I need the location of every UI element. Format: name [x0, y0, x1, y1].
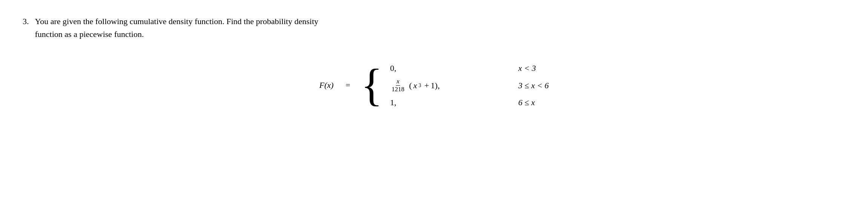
- case-expr-2: x 1218 (x3 + 1),: [390, 78, 496, 94]
- case-cond-1: x < 3: [518, 61, 536, 75]
- frac-numerator: x: [396, 78, 400, 86]
- fx-label: F(x): [319, 80, 334, 90]
- case-cond-2: 3 ≤ x < 6: [518, 78, 549, 92]
- frac-denominator: 1218: [391, 86, 405, 93]
- case-row-1: 0, x < 3: [390, 61, 549, 75]
- fx-italic: F: [319, 80, 324, 90]
- problem-number: 3.: [23, 15, 29, 41]
- math-section: F(x) = { 0, x < 3 x: [23, 60, 845, 111]
- case-expr-1: 0,: [390, 61, 496, 75]
- problem-text: You are given the following cumulative d…: [35, 15, 319, 41]
- case-cond-3: 6 ≤ x: [518, 95, 535, 109]
- case-expr-3: 1,: [390, 95, 496, 109]
- left-brace: {: [361, 60, 383, 111]
- piecewise-wrapper: F(x) = { 0, x < 3 x: [319, 60, 549, 111]
- equals-sign: =: [346, 80, 350, 90]
- problem-text-line2: function as a piecewise function.: [35, 28, 319, 41]
- fraction: x 1218: [391, 78, 405, 94]
- fx-x: x: [327, 80, 331, 90]
- brace-container: { 0, x < 3 x 1218 (: [361, 60, 549, 111]
- case-row-2: x 1218 (x3 + 1), 3 ≤ x < 6: [390, 78, 549, 94]
- case-row-3: 1, 6 ≤ x: [390, 95, 549, 109]
- cases-table: 0, x < 3 x 1218 (x3 + 1), 3 ≤ x < 6: [390, 60, 549, 111]
- problem-text-line1: You are given the following cumulative d…: [35, 15, 319, 28]
- problem-container: 3. You are given the following cumulativ…: [23, 15, 845, 111]
- problem-statement: 3. You are given the following cumulativ…: [23, 15, 845, 41]
